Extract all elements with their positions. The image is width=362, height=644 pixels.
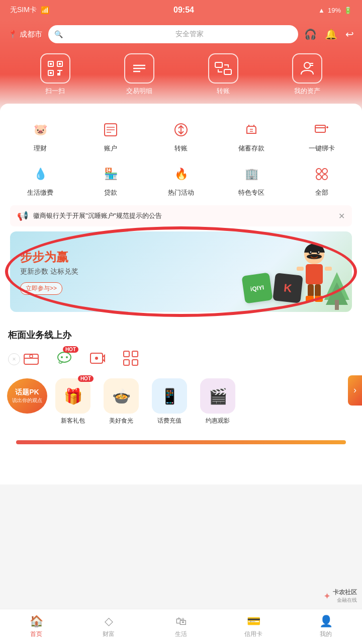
phone-bill-label: 话费充值 — [157, 417, 182, 425]
header-section: 📍 成都市 🔍 安全管家 🎧 🔔 ↩ — [0, 20, 362, 111]
svg-rect-27 — [315, 125, 325, 132]
life-nav-label: 生活 — [175, 630, 187, 638]
mine-nav-label: 我的 — [320, 630, 332, 638]
svg-rect-13 — [224, 69, 231, 74]
wealth-nav-icon: ◇ — [105, 615, 113, 628]
nav-credit-card[interactable]: 💳 信用卡 — [233, 615, 274, 638]
home-nav-label: 首页 — [30, 630, 42, 638]
food-icon-box: 🍲 — [104, 378, 139, 414]
account-icon — [100, 119, 122, 141]
grid-item-loan[interactable]: 🏪 贷款 — [75, 158, 146, 202]
grid-item-bind-card[interactable]: 一键绑卡 — [287, 114, 357, 158]
wechat-top-icon[interactable]: HOT — [55, 349, 73, 369]
topic-pk-button[interactable]: 话题PK 说出你的观点 — [7, 378, 47, 414]
banner-text: 步步为赢 更新步数 达标兑奖 立即参与>> — [20, 249, 78, 295]
grid-item-all[interactable]: 全部 — [287, 158, 357, 202]
svg-rect-5 — [50, 72, 52, 74]
nav-scan[interactable]: 扫一扫 — [40, 53, 70, 96]
announcement-text: 徽商银行关于开展"沉睡账户"规范提示的公告 — [33, 211, 333, 220]
svg-point-34 — [322, 175, 327, 180]
back-icon[interactable]: ↩ — [345, 28, 354, 40]
main-nav: 扫一扫 交易明细 转账 — [8, 53, 354, 96]
search-bar[interactable]: 🔍 安全管家 — [48, 25, 298, 43]
svg-point-46 — [310, 252, 311, 253]
svg-rect-42 — [306, 296, 314, 302]
home-nav-icon: 🏠 — [30, 615, 43, 628]
svg-point-14 — [304, 62, 310, 68]
svg-point-33 — [316, 175, 321, 180]
loan-icon: 🏪 — [100, 163, 122, 185]
service-new-gift[interactable]: 🎁 HOT 新客礼包 — [50, 378, 96, 425]
nav-mine[interactable]: 👤 我的 — [306, 615, 346, 638]
headset-icon[interactable]: 🎧 — [304, 28, 317, 40]
nav-wealth[interactable]: ◇ 财富 — [88, 615, 129, 638]
video-top-icon[interactable] — [88, 349, 107, 369]
battery-label: 19% — [328, 7, 341, 14]
grid-item-savings[interactable]: 储蓄存款 — [216, 114, 287, 158]
nav-home[interactable]: 🏠 首页 — [16, 615, 56, 638]
svg-rect-62 — [124, 360, 129, 365]
apps-top-icon[interactable] — [122, 349, 140, 369]
nav-transactions[interactable]: 交易明细 — [124, 53, 154, 96]
grid-menu: 🐷 理财 账户 转 — [5, 114, 357, 202]
status-left: 无SIM卡 📶 — [10, 6, 49, 15]
location-label[interactable]: 📍 成都市 — [8, 30, 42, 39]
movie-icon-box: 🎬 — [200, 378, 235, 414]
status-right: ▲ 19% 🔋 — [318, 7, 352, 14]
svg-point-31 — [316, 169, 321, 174]
credit-card-nav-label: 信用卡 — [244, 630, 262, 638]
svg-rect-37 — [306, 264, 323, 284]
grid-item-transfer[interactable]: 转账 — [146, 114, 216, 158]
apps-grid-icon — [122, 349, 140, 367]
more-services-button[interactable]: › — [348, 375, 362, 406]
gift-card-top-icon[interactable]: × — [8, 350, 40, 368]
status-bar: 无SIM卡 📶 09:54 ▲ 19% 🔋 — [0, 0, 362, 20]
hot-activity-icon: 🔥 — [170, 163, 192, 185]
svg-point-59 — [95, 357, 98, 360]
bell-icon[interactable]: 🔔 — [325, 28, 337, 40]
announcement-close-button[interactable]: ✕ — [338, 211, 345, 221]
svg-point-54 — [58, 352, 71, 362]
close-small-icon: × — [8, 353, 20, 365]
location-pin-icon: 📍 — [8, 30, 18, 39]
bottom-hint-section — [0, 435, 362, 485]
nav-transfer[interactable]: 转账 — [208, 53, 238, 96]
svg-point-44 — [309, 251, 312, 254]
grid-item-life-pay[interactable]: 💧 生活缴费 — [5, 158, 75, 202]
svg-rect-3 — [50, 63, 52, 65]
service-food[interactable]: 🍲 美好食光 — [99, 378, 144, 425]
banner[interactable]: 步步为赢 更新步数 达标兑奖 立即参与>> iQIYI K — [10, 231, 352, 312]
savings-icon — [240, 119, 262, 141]
svg-rect-61 — [132, 351, 138, 357]
watermark-icon: ✦ — [323, 591, 331, 602]
no-sim-label: 无SIM卡 — [10, 6, 37, 15]
service-movie[interactable]: 🎬 约惠观影 — [195, 378, 240, 425]
nav-transactions-label: 交易明细 — [126, 87, 152, 96]
services-row: 话题PK 说出你的观点 🎁 HOT 新客礼包 🍲 美好食光 📱 话费充值 🎬 — [0, 373, 362, 430]
nav-assets[interactable]: 我的资产 — [292, 53, 322, 96]
video-icon — [88, 349, 107, 367]
assets-icon-box — [292, 53, 322, 84]
banner-subtitle: 更新步数 达标兑奖 — [20, 267, 78, 276]
nav-transfer-label: 转账 — [217, 87, 230, 96]
nav-assets-label: 我的资产 — [294, 87, 320, 96]
iqiyi-card: iQIYI — [241, 272, 273, 303]
bottom-nav: 🏠 首页 ◇ 财富 🛍 生活 💳 信用卡 👤 我的 — [0, 609, 362, 644]
svg-rect-12 — [215, 62, 222, 67]
mine-nav-icon: 👤 — [319, 615, 333, 628]
nav-life[interactable]: 🛍 生活 — [161, 615, 201, 638]
svg-point-56 — [66, 356, 68, 358]
svg-rect-40 — [308, 284, 314, 297]
transfer-grid-icon — [170, 119, 192, 141]
services-top-icons: × HOT — [0, 345, 362, 373]
announcement-bar: 📢 徽商银行关于开展"沉睡账户"规范提示的公告 ✕ — [10, 205, 352, 226]
grid-item-special[interactable]: 🏢 特色专区 — [216, 158, 287, 202]
grid-item-account[interactable]: 账户 — [75, 114, 146, 158]
service-phone-bill[interactable]: 📱 话费充值 — [147, 378, 192, 425]
life-pay-icon: 💧 — [29, 163, 51, 185]
svg-rect-8 — [57, 73, 60, 75]
banner-cta-button[interactable]: 立即参与>> — [20, 282, 62, 295]
grid-item-finance[interactable]: 🐷 理财 — [5, 114, 75, 158]
section-title: 柜面业务线上办 — [0, 322, 362, 345]
grid-item-hot-activity[interactable]: 🔥 热门活动 — [146, 158, 216, 202]
